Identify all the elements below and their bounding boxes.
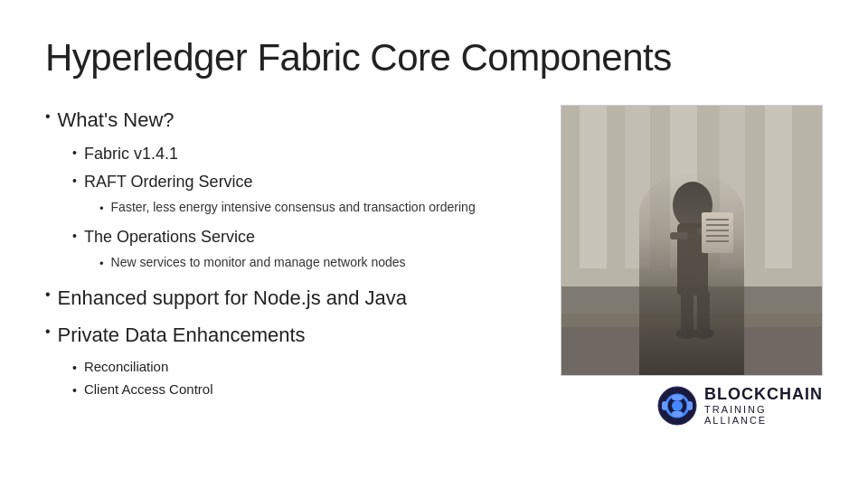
svg-rect-12 [702,212,733,253]
svg-point-21 [693,328,714,339]
bullet-icon: • [72,227,77,246]
list-item: • Enhanced support for Node.js and Java [45,283,524,313]
svg-rect-10 [670,232,688,239]
logo-text: BLOCKCHAIN TRAINING ALLIANCE [704,385,823,426]
operations-detail: New services to monitor and manage netwo… [111,253,406,272]
private-label: Private Data Enhancements [58,320,306,350]
slide-title: Hyperledger Fabric Core Components [45,36,823,80]
text-content: • What's New? • Fabric v1.4.1 • RAFT Ord… [45,105,524,426]
svg-point-25 [672,400,683,411]
operations-label: The Operations Service [84,225,255,249]
bullet-icon: • [99,200,104,218]
slide: Hyperledger Fabric Core Components • Wha… [0,0,868,488]
logo-line2: TRAINING [704,404,823,415]
bullet-icon: • [72,144,77,163]
logo-line3: ALLIANCE [704,415,823,426]
photo [561,105,823,376]
list-item: • What's New? [45,105,524,135]
image-area: BLOCKCHAIN TRAINING ALLIANCE [542,105,823,426]
svg-rect-11 [697,228,717,235]
blockchain-logo-icon [657,386,697,426]
list-item: • Faster, less energy intensive consensu… [99,198,524,218]
bullet-icon: • [99,255,104,273]
bullet-icon: • [45,321,51,343]
logo-line1: BLOCKCHAIN [704,385,823,404]
list-item: • Private Data Enhancements [45,320,524,350]
list-item: • New services to monitor and manage net… [99,253,524,273]
list-item: • Reconciliation [72,357,524,378]
svg-rect-26 [672,395,683,400]
svg-rect-29 [687,401,693,410]
svg-rect-19 [697,291,710,332]
raft-detail: Faster, less energy intensive consensus … [111,198,476,217]
bullet-icon: • [45,106,51,127]
svg-rect-22 [561,286,823,376]
list-item: • Fabric v1.4.1 [72,142,524,166]
fabric-label: Fabric v1.4.1 [84,142,178,166]
svg-rect-1 [580,106,607,268]
raft-label: RAFT Ordering Service [84,170,253,194]
svg-rect-18 [681,291,693,332]
svg-rect-5 [765,106,792,268]
logo-area: BLOCKCHAIN TRAINING ALLIANCE [657,385,823,426]
content-area: • What's New? • Fabric v1.4.1 • RAFT Ord… [45,105,823,426]
reconciliation-label: Reconciliation [84,357,168,378]
list-item: • RAFT Ordering Service [72,170,524,194]
svg-point-8 [673,182,712,229]
bullet-icon: • [72,381,77,400]
svg-rect-3 [670,106,697,268]
svg-rect-9 [677,223,708,296]
svg-rect-27 [672,411,683,417]
svg-rect-2 [625,106,650,268]
client-access-label: Client Access Control [84,380,213,400]
list-item: • The Operations Service [72,225,524,249]
photo-svg [561,106,823,376]
svg-rect-28 [662,401,667,410]
svg-point-20 [676,328,698,339]
bullet-icon: • [72,172,77,191]
svg-rect-4 [720,106,745,268]
bullet-icon: • [45,284,51,305]
whats-new-label: What's New? [58,105,175,135]
enhanced-label: Enhanced support for Node.js and Java [58,283,407,313]
bullet-icon: • [72,359,77,378]
list-item: • Client Access Control [72,380,524,400]
photo-inner [561,106,822,375]
